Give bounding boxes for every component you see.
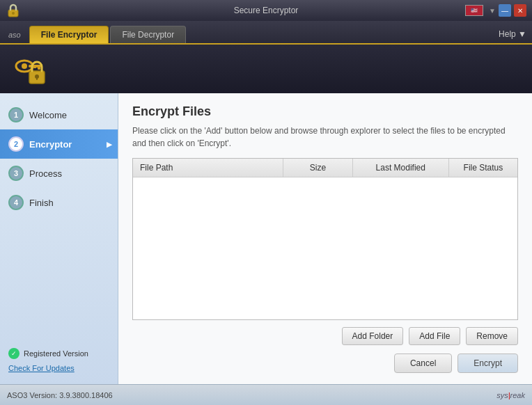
sidebar-item-welcome[interactable]: 1 Welcome [0,100,118,129]
cancel-button[interactable]: Cancel [394,354,452,373]
content-area: Encrypt Files Please click on the 'Add' … [118,93,532,384]
version-label: ASO3 Version: 3.9.3800.18406 [7,391,113,399]
col-header-status: File Status [449,159,517,177]
step-3-circle: 3 [8,166,24,181]
minimize-button[interactable]: — [499,4,511,17]
brand-label: aso [6,31,29,43]
content-title: Encrypt Files [132,104,518,119]
status-bar: ASO3 Version: 3.9.3800.18406 sys|reak [0,384,532,405]
help-button[interactable]: Help ▼ [499,29,526,43]
tab-file-decryptor[interactable]: File Decryptor [110,26,186,43]
file-table-body [133,177,517,319]
add-folder-button[interactable]: Add Folder [342,327,404,345]
step-2-circle: 2 [8,136,24,152]
tab-bar: aso File Encryptor File Decryptor Help ▼ [0,21,532,45]
tab-file-encryptor[interactable]: File Encryptor [29,26,109,43]
app-icon [6,3,21,18]
app-header [0,45,532,93]
sidebar-footer: ✓ Registered Version Check For Updates [0,342,118,379]
step-1-circle: 1 [8,107,24,122]
add-file-button[interactable]: Add File [409,327,460,345]
check-updates-link[interactable]: Check For Updates [8,364,75,372]
language-flag[interactable]: 🇺🇸 [465,5,483,16]
flag-dropdown[interactable]: ▼ [489,7,496,15]
sysfreak-logo: sys|reak [496,391,525,399]
file-table-header: File Path Size Last Modified File Status [133,159,517,177]
sidebar-item-label-finish: Finish [29,198,54,208]
registered-badge: ✓ Registered Version [8,348,110,359]
action-buttons: Add Folder Add File Remove [132,320,518,348]
bottom-buttons: Cancel Encrypt [132,348,518,373]
col-header-filepath: File Path [133,159,283,177]
sidebar-item-process[interactable]: 3 Process [0,159,118,188]
lock-icon [7,47,52,92]
encrypt-button[interactable]: Encrypt [457,354,518,373]
file-table: File Path Size Last Modified File Status [132,158,518,320]
col-header-size: Size [283,159,352,177]
content-description: Please click on the 'Add' button below a… [132,125,518,150]
step-4-circle: 4 [8,195,24,210]
sidebar-item-label-welcome: Welcome [29,110,67,120]
sidebar: 1 Welcome 2 Encryptor 3 Process 4 Finish… [0,93,118,384]
svg-rect-9 [36,77,38,80]
close-button[interactable]: ✕ [514,4,526,17]
sidebar-item-label-encryptor: Encryptor [29,139,72,150]
svg-rect-6 [33,65,36,68]
svg-point-3 [22,63,27,69]
window-title: Secure Encryptor [234,6,299,15]
title-bar: Secure Encryptor 🇺🇸 ▼ — ✕ [0,0,532,21]
registered-check-icon: ✓ [8,348,19,359]
svg-point-1 [12,12,15,15]
svg-rect-5 [38,65,40,70]
sidebar-item-label-process: Process [29,168,62,179]
col-header-lastmod: Last Modified [353,159,449,177]
sidebar-item-finish[interactable]: 4 Finish [0,188,118,217]
registered-label: Registered Version [24,349,88,358]
main-layout: 1 Welcome 2 Encryptor 3 Process 4 Finish… [0,93,532,384]
remove-button[interactable]: Remove [466,327,518,345]
sidebar-item-encryptor[interactable]: 2 Encryptor [0,129,118,159]
